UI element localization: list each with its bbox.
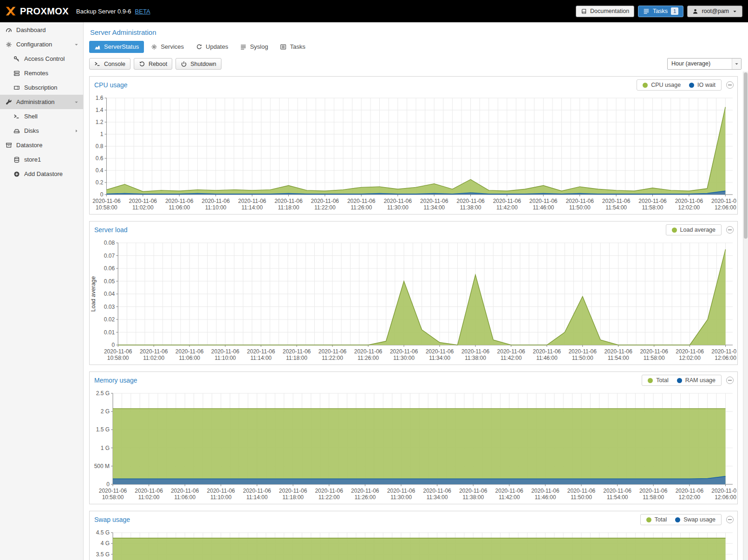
timeframe-value: Hour (average) bbox=[668, 59, 732, 69]
sidebar-item-store1[interactable]: store1 bbox=[0, 152, 83, 167]
svg-text:11:46:00: 11:46:00 bbox=[534, 494, 556, 501]
scrollbar-thumb[interactable] bbox=[744, 72, 748, 239]
memory-usage-legend: TotalRAM usage bbox=[642, 375, 722, 386]
button-label: Console bbox=[104, 61, 125, 67]
sidebar-item-label: Disks bbox=[24, 127, 39, 134]
key-icon bbox=[13, 56, 20, 62]
legend-item-cpu-usage[interactable]: CPU usage bbox=[643, 82, 681, 88]
caret-down-icon[interactable] bbox=[74, 42, 79, 47]
svg-text:11:10:00: 11:10:00 bbox=[210, 494, 232, 501]
svg-text:12:06:00: 12:06:00 bbox=[715, 494, 736, 501]
sidebar-item-dashboard[interactable]: Dashboard bbox=[0, 23, 83, 37]
legend-item-io-wait[interactable]: IO wait bbox=[689, 82, 715, 88]
legend-dot-icon bbox=[646, 517, 651, 522]
user-menu-button[interactable]: root@pam bbox=[687, 6, 742, 17]
documentation-button[interactable]: Documentation bbox=[576, 6, 634, 17]
legend-label: Total bbox=[655, 516, 667, 523]
panel-title: CPU usage bbox=[94, 81, 637, 89]
legend-dot-icon bbox=[672, 228, 677, 233]
svg-text:11:42:00: 11:42:00 bbox=[499, 494, 520, 501]
ticket-icon bbox=[13, 85, 20, 91]
svg-text:2020-11-06: 2020-11-06 bbox=[459, 488, 488, 494]
svg-text:11:38:00: 11:38:00 bbox=[465, 355, 486, 361]
top-bar: PROXMOX Backup Server 0.9-6 BETA Documen… bbox=[0, 0, 748, 22]
svg-text:2020-11-06: 2020-11-06 bbox=[493, 198, 521, 204]
sidebar-item-configuration[interactable]: Configuration bbox=[0, 37, 83, 52]
sidebar-item-shell[interactable]: Shell bbox=[0, 109, 83, 124]
sidebar-item-subscription[interactable]: Subscription bbox=[0, 80, 83, 95]
svg-text:10:58:00: 10:58:00 bbox=[107, 355, 129, 361]
plus-circle-icon bbox=[13, 171, 20, 177]
power-icon bbox=[181, 61, 187, 67]
user-label: root@pam bbox=[702, 8, 729, 14]
swap-usage-panel-header: Swap usageTotalSwap usage bbox=[90, 511, 737, 528]
legend-item-load-average[interactable]: Load average bbox=[672, 227, 715, 233]
svg-text:2020-11-06: 2020-11-06 bbox=[202, 198, 230, 204]
tab-tasks[interactable]: Tasks bbox=[275, 41, 310, 53]
svg-text:2020-11-06: 2020-11-06 bbox=[311, 198, 339, 204]
tab-label: Tasks bbox=[290, 43, 305, 50]
tab-label: Services bbox=[161, 43, 184, 50]
caret-down-icon[interactable] bbox=[74, 99, 79, 104]
memory-usage-chart: 0500 M1 G1.5 G2 G2.5 G2020-11-0610:58:00… bbox=[90, 389, 736, 504]
sidebar-item-datastore[interactable]: Datastore bbox=[0, 138, 83, 152]
tab-serverstatus[interactable]: ServerStatus bbox=[89, 41, 144, 53]
legend-item-swap-usage[interactable]: Swap usage bbox=[675, 516, 715, 523]
timeframe-select[interactable]: Hour (average) bbox=[667, 58, 741, 70]
shutdown-button[interactable]: Shutdown bbox=[176, 58, 221, 70]
tab-services[interactable]: Services bbox=[146, 41, 189, 53]
svg-text:2020-11-06: 2020-11-06 bbox=[531, 488, 559, 494]
caret-right-icon[interactable] bbox=[74, 128, 79, 133]
svg-text:0.02: 0.02 bbox=[104, 316, 115, 323]
svg-text:2020-11-06: 2020-11-06 bbox=[104, 348, 132, 355]
svg-text:2020-11-06: 2020-11-06 bbox=[566, 198, 594, 204]
collapse-panel-button[interactable] bbox=[726, 81, 734, 89]
svg-text:2020-11-06: 2020-11-06 bbox=[529, 198, 558, 204]
refresh-icon bbox=[196, 44, 202, 50]
legend-item-total[interactable]: Total bbox=[646, 516, 667, 523]
collapse-panel-button[interactable] bbox=[726, 516, 734, 523]
sidebar-item-add-datastore[interactable]: Add Datastore bbox=[0, 167, 83, 181]
tab-label: Syslog bbox=[250, 43, 268, 50]
collapse-panel-button[interactable] bbox=[726, 226, 734, 234]
svg-text:11:10:00: 11:10:00 bbox=[205, 204, 227, 211]
svg-text:2020-11-06: 2020-11-06 bbox=[211, 348, 240, 355]
svg-text:2.5 G: 2.5 G bbox=[96, 390, 110, 397]
tab-syslog[interactable]: Syslog bbox=[235, 41, 273, 53]
svg-text:2020-11-06: 2020-11-06 bbox=[354, 348, 383, 355]
console-button[interactable]: Console bbox=[89, 58, 130, 70]
combo-trigger[interactable] bbox=[732, 59, 741, 69]
sidebar-item-disks[interactable]: Disks bbox=[0, 124, 83, 138]
list-alt-icon bbox=[280, 44, 286, 50]
tab-updates[interactable]: Updates bbox=[191, 41, 233, 53]
collapse-panel-button[interactable] bbox=[726, 377, 734, 384]
svg-text:11:34:00: 11:34:00 bbox=[427, 494, 448, 501]
svg-text:11:34:00: 11:34:00 bbox=[429, 355, 450, 361]
button-label: Shutdown bbox=[190, 61, 216, 67]
sidebar-item-administration[interactable]: Administration bbox=[0, 95, 83, 109]
svg-text:11:06:00: 11:06:00 bbox=[174, 494, 195, 501]
sidebar-item-remotes[interactable]: Remotes bbox=[0, 66, 83, 80]
svg-text:12:06:00: 12:06:00 bbox=[715, 204, 736, 211]
svg-text:2020-11-06: 2020-11-06 bbox=[711, 488, 736, 494]
vertical-scrollbar[interactable] bbox=[743, 72, 748, 560]
sidebar-item-label: Administration bbox=[16, 98, 54, 105]
svg-text:0.2: 0.2 bbox=[96, 179, 104, 186]
svg-text:2020-11-06: 2020-11-06 bbox=[497, 348, 526, 355]
svg-text:11:22:00: 11:22:00 bbox=[322, 355, 343, 361]
sidebar-item-access-control[interactable]: Access Control bbox=[0, 52, 83, 66]
legend-item-total[interactable]: Total bbox=[648, 377, 668, 384]
svg-text:0.01: 0.01 bbox=[104, 329, 115, 336]
terminal-icon bbox=[13, 113, 20, 120]
beta-link[interactable]: BETA bbox=[135, 8, 150, 15]
chart-panels: CPU usageCPU usageIO wait00.20.40.60.811… bbox=[84, 74, 748, 560]
svg-text:2020-11-06: 2020-11-06 bbox=[456, 198, 485, 204]
svg-text:11:18:00: 11:18:00 bbox=[278, 204, 299, 211]
svg-text:2020-11-06: 2020-11-06 bbox=[238, 198, 267, 204]
tasks-button[interactable]: Tasks 1 bbox=[638, 6, 683, 17]
legend-item-ram-usage[interactable]: RAM usage bbox=[677, 377, 715, 384]
svg-text:2020-11-06: 2020-11-06 bbox=[171, 488, 199, 494]
svg-text:2020-11-06: 2020-11-06 bbox=[533, 348, 561, 355]
reboot-button[interactable]: Reboot bbox=[134, 58, 172, 70]
legend-label: Total bbox=[656, 377, 668, 384]
